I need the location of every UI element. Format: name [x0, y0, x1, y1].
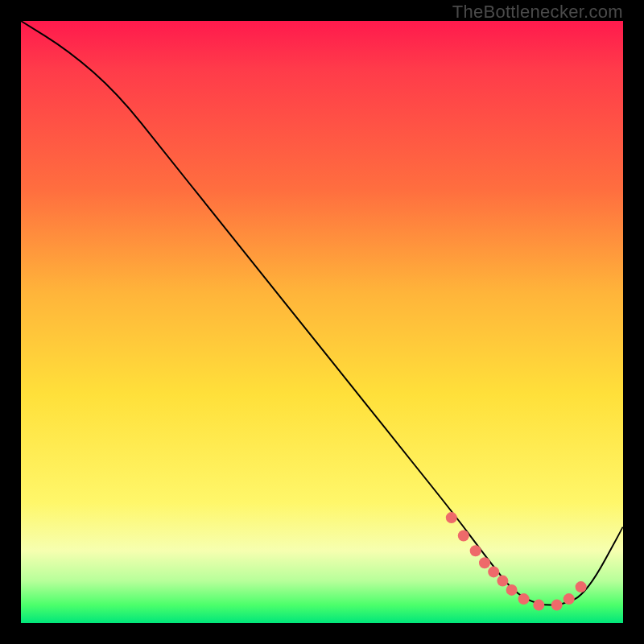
marker-point [488, 566, 499, 577]
marker-point [458, 530, 469, 542]
marker-point [470, 545, 481, 556]
attribution-label: TheBottlenecker.com [452, 2, 623, 23]
marker-point [533, 600, 544, 611]
curve-layer [21, 21, 623, 623]
marker-point [576, 581, 587, 592]
marker-point [551, 600, 563, 611]
marker-group [446, 512, 587, 611]
marker-point [518, 593, 530, 605]
plot-area [21, 21, 623, 623]
chart-stage: TheBottlenecker.com [0, 0, 644, 644]
marker-point [564, 593, 575, 605]
marker-point [497, 576, 508, 587]
marker-point [479, 557, 490, 568]
bottleneck-curve [21, 21, 623, 605]
marker-point [506, 584, 518, 596]
marker-point [446, 512, 457, 523]
